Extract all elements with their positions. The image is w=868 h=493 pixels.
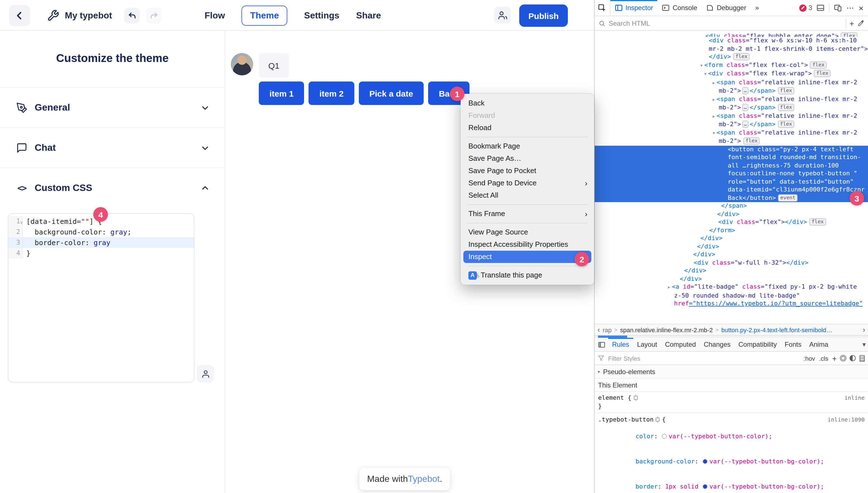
panel-tabs-overflow-caret[interactable]: ▾	[860, 338, 868, 351]
panel-tab-compatibility[interactable]: Compatibility	[734, 338, 781, 351]
markup-line[interactable]: </span>	[595, 202, 868, 210]
filter-styles-input[interactable]	[608, 355, 800, 362]
menu-item-save-to-pocket[interactable]: Save Page to Pocket	[461, 165, 594, 177]
bot-name[interactable]: My typebot	[65, 10, 112, 21]
guest-avatar-button[interactable]	[197, 365, 214, 383]
css-declaration[interactable]: color: var(--typebot-button-color);	[598, 424, 865, 449]
panel-tab-changes[interactable]: Changes	[700, 338, 734, 351]
css-editor-line[interactable]: 4 }	[8, 248, 194, 258]
highlight-selector-icon[interactable]	[656, 417, 660, 422]
section-chat[interactable]: Chat	[0, 127, 225, 168]
undo-button[interactable]	[124, 8, 140, 23]
section-general[interactable]: General	[0, 87, 225, 127]
tab-flow[interactable]: Flow	[205, 10, 225, 20]
color-swatch[interactable]	[703, 484, 708, 489]
menu-item-inspect[interactable]: Inspect	[463, 251, 591, 263]
add-node-icon[interactable]: +	[850, 19, 854, 28]
rule-location[interactable]: inline	[845, 393, 865, 402]
menu-item-view-page-source[interactable]: View Page Source	[461, 226, 594, 238]
panel-tab-rules[interactable]: Rules	[608, 338, 633, 351]
section-custom-css[interactable]: <> Custom CSS	[0, 168, 225, 208]
back-button[interactable]	[9, 5, 30, 26]
panel-tab-layout[interactable]: Layout	[633, 338, 661, 351]
toggle-hover-button[interactable]: :hov	[804, 355, 815, 362]
menu-item-back[interactable]: Back	[461, 97, 594, 109]
error-count[interactable]: 3	[808, 4, 812, 12]
panel-tab-fonts[interactable]: Fonts	[781, 338, 805, 351]
element-picker-button[interactable]	[595, 0, 610, 16]
choice-button-pick-a-date[interactable]: Pick a date	[359, 82, 424, 105]
menu-item-save-page-as[interactable]: Save Page As…	[461, 152, 594, 165]
pseudo-elements-row[interactable]: ▸ Pseudo-elements	[595, 365, 868, 379]
css-editor-line-active[interactable]: 3 border-color: gray	[8, 237, 194, 248]
markup-line[interactable]: <div class="w-full h-32"></div>	[595, 259, 868, 267]
markup-line[interactable]: ▾<span class="relative inline-flex mr-2 …	[595, 129, 868, 146]
sidebar-toggle-icon[interactable]	[595, 338, 608, 351]
dark-scheme-icon[interactable]	[850, 355, 856, 361]
typebot-brand-link[interactable]: Typebot	[408, 474, 440, 484]
collaborators-button[interactable]	[494, 7, 511, 23]
panel-tab-animations[interactable]: Anima	[805, 338, 832, 351]
markup-line[interactable]: ▾<form class="flex flex-col">flex	[595, 61, 868, 70]
publish-button[interactable]: Publish	[519, 4, 568, 27]
devtools-tab-debugger[interactable]: Debugger	[702, 0, 751, 16]
markup-line[interactable]: </div>	[595, 275, 868, 283]
rule-location[interactable]: inline:1090	[828, 415, 865, 424]
css-editor-line[interactable]: 2 background-color: gray;	[8, 227, 194, 237]
devtools-tab-inspector[interactable]: Inspector	[610, 0, 658, 16]
markup-line[interactable]: <div class="flex"></div>flex	[595, 218, 868, 227]
markup-line-selected[interactable]: <button class="py-2 px-4 text-left font-…	[595, 146, 868, 202]
more-tabs-button[interactable]: »	[751, 0, 763, 16]
menu-item-this-frame[interactable]: This Frame›	[461, 208, 594, 220]
error-count-icon[interactable]	[799, 4, 806, 12]
breadcrumb-item-button[interactable]: button.py-2.px-4.text-left.font-semibold…	[721, 326, 832, 333]
markup-line[interactable]: ▸<span class="relative inline-flex mr-2 …	[595, 79, 868, 95]
devtools-tab-console[interactable]: Console	[658, 0, 702, 16]
menu-item-translate-page[interactable]: ATranslate this page	[461, 269, 594, 281]
close-devtools-icon[interactable]: ×	[859, 3, 864, 13]
menu-item-bookmark-page[interactable]: Bookmark Page	[461, 140, 594, 152]
markup-line[interactable]: </div>	[595, 242, 868, 251]
meatball-menu-icon[interactable]: ⋯	[846, 3, 854, 12]
menu-item-reload[interactable]: Reload	[461, 122, 594, 134]
light-scheme-icon[interactable]	[841, 356, 845, 360]
print-media-icon[interactable]	[860, 355, 865, 362]
rule-typebot-button[interactable]: .typebot-button { inline:1090	[598, 415, 865, 424]
markup-line[interactable]: <div class="flex w-6 xs:w-10 h-6 xs:h-10…	[595, 37, 868, 61]
breadcrumb-scroll-left[interactable]: ‹	[598, 325, 600, 334]
search-html-input[interactable]	[609, 19, 842, 27]
toggle-classes-button[interactable]: .cls	[819, 355, 828, 362]
css-declaration[interactable]: border: 1px solid var(--typebot-button-b…	[598, 474, 865, 491]
fold-chevron-icon[interactable]: ∨	[20, 217, 23, 228]
eyedropper-icon[interactable]	[857, 20, 864, 26]
highlight-selector-icon[interactable]	[633, 396, 638, 400]
markup-line[interactable]: ▸<a id="lite-badge" class="fixed py-1 px…	[595, 283, 868, 308]
choice-button-item1[interactable]: item 1	[259, 82, 304, 105]
tab-share[interactable]: Share	[356, 10, 381, 20]
markup-line[interactable]: ▸<span class="relative inline-flex mr-2 …	[595, 112, 868, 129]
add-rule-icon[interactable]: +	[832, 354, 837, 363]
tab-settings[interactable]: Settings	[304, 10, 339, 20]
choice-button-item2[interactable]: item 2	[309, 82, 355, 105]
markup-line[interactable]: ▸<span class="relative inline-flex mr-2 …	[595, 95, 868, 112]
markup-line[interactable]: </form>	[595, 227, 868, 235]
markup-line[interactable]: </div>	[595, 210, 868, 218]
tab-theme[interactable]: Theme	[242, 5, 287, 25]
breadcrumb-scroll-right[interactable]: ›	[863, 325, 865, 334]
rule-element[interactable]: element { inline	[598, 393, 865, 402]
made-with-badge[interactable]: Made with Typebot.	[359, 468, 450, 490]
markup-scrollbar[interactable]	[595, 336, 868, 338]
css-declaration[interactable]: background-color: var(--typebot-button-b…	[598, 449, 865, 474]
color-swatch[interactable]	[662, 434, 667, 439]
responsive-mode-icon[interactable]	[834, 4, 842, 12]
breadcrumb-item-clipped[interactable]: rap	[603, 326, 612, 333]
panel-tab-computed[interactable]: Computed	[661, 338, 700, 351]
markup-line[interactable]: </div>	[595, 251, 868, 259]
color-swatch[interactable]	[703, 459, 708, 464]
split-console-icon[interactable]	[816, 4, 824, 12]
menu-item-select-all[interactable]: Select All	[461, 189, 594, 201]
markup-line[interactable]: ▾<div class="flex flex-wrap">flex	[595, 70, 868, 79]
markup-line[interactable]: </div>	[595, 267, 868, 275]
menu-item-send-to-device[interactable]: Send Page to Device›	[461, 177, 594, 189]
custom-css-editor[interactable]: 1∨ [data-itemid=""] { 2 background-color…	[8, 213, 195, 383]
